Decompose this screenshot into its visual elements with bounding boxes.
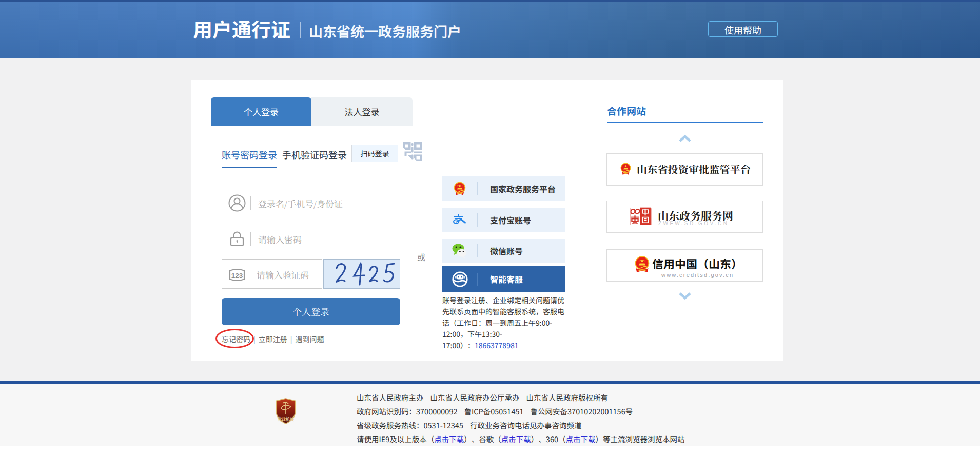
svg-text:123: 123 <box>231 272 243 280</box>
svg-text:党政机关: 党政机关 <box>278 416 294 422</box>
